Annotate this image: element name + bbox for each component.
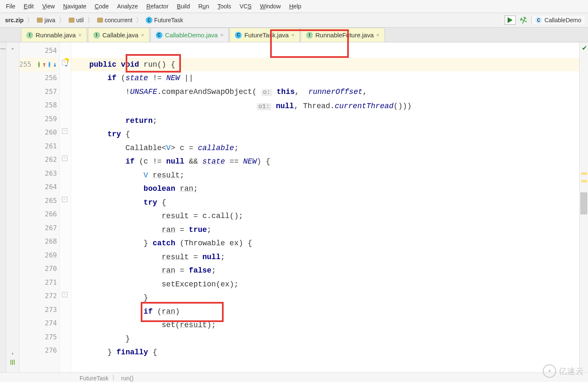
code-area[interactable]: public void run() { if (state != NEW || … [71, 42, 588, 372]
crumb-util[interactable]: util [67, 16, 85, 24]
warning-marker[interactable] [581, 180, 587, 182]
menu-refactor[interactable]: Refactor [143, 2, 172, 11]
collapse-icon[interactable]: — [0, 46, 5, 52]
menu-navigate[interactable]: Navigate [60, 2, 90, 11]
breadcrumbs: src.zip 〉 java 〉 util 〉 concurrent 〉 C F… [3, 16, 185, 25]
right-marker-bar[interactable]: ✔ [579, 42, 588, 372]
menu-analyze[interactable]: Analyze [114, 2, 142, 11]
class-icon: C [535, 17, 542, 23]
line-number[interactable]: 269 [19, 249, 57, 262]
fold-toggle[interactable]: − [62, 156, 67, 161]
check-icon: ✔ [582, 44, 587, 52]
line-number[interactable]: 275 [19, 330, 57, 344]
fold-gutter: 💡 − − − − − [60, 42, 71, 372]
menu-file[interactable]: File [3, 2, 19, 11]
menu-run[interactable]: Run [195, 2, 212, 11]
run-button[interactable] [505, 16, 516, 25]
line-number[interactable]: 256 [19, 71, 57, 85]
line-number[interactable]: 261 [19, 140, 57, 153]
tab-label: CallableDemo.java [165, 31, 218, 39]
status-crumb-method[interactable]: run() [121, 375, 134, 382]
arrow-down-icon: ↓ [53, 58, 57, 72]
fold-toggle[interactable]: − [62, 128, 67, 134]
menu-bar: File Edit View Navigate Code Analyze Ref… [0, 0, 588, 13]
interface-icon: I [26, 32, 33, 39]
close-icon[interactable]: × [376, 32, 379, 38]
class-icon: C [146, 17, 152, 23]
line-number[interactable]: 270 [19, 262, 57, 276]
menu-view[interactable]: View [39, 2, 58, 11]
chevron-right-icon: 〉 [86, 16, 95, 25]
tab-callabledemo[interactable]: C CallableDemo.java × [150, 28, 229, 42]
tab-label: FutureTask.java [244, 31, 289, 39]
line-number[interactable]: 268 [19, 235, 57, 249]
folder-icon [69, 18, 75, 23]
line-number[interactable]: 260 [19, 126, 57, 140]
left-gutter: — [0, 42, 6, 372]
line-number[interactable]: 267 [19, 221, 57, 235]
project-tool-col: ⌄ › [6, 42, 19, 372]
caret-right-icon[interactable]: › [12, 351, 13, 356]
fold-toggle[interactable]: − [62, 197, 67, 202]
menu-build[interactable]: Build [173, 2, 193, 11]
close-icon[interactable]: × [291, 32, 294, 38]
line-number[interactable]: 257 [19, 85, 57, 99]
watermark: ✦ 亿速云 [543, 364, 584, 378]
chevron-right-icon: 〉 [26, 16, 34, 25]
crumb-java[interactable]: java [35, 16, 57, 24]
interface-icon: I [306, 32, 313, 39]
line-number[interactable]: 263 [19, 167, 57, 181]
folder-icon [37, 18, 43, 23]
line-number[interactable]: 271 [19, 276, 57, 290]
crumb-concurrent[interactable]: concurrent [95, 16, 134, 24]
line-number[interactable]: 264 [19, 180, 57, 194]
menu-help[interactable]: Help [286, 2, 304, 11]
chevron-right-icon: 〉 [112, 374, 118, 382]
scroll-thumb[interactable] [580, 192, 587, 214]
implements-icon[interactable] [49, 62, 50, 68]
line-number[interactable]: 259 [19, 112, 57, 126]
line-number[interactable]: 276 [19, 344, 57, 358]
line-number[interactable]: 265 [19, 194, 57, 208]
menu-edit[interactable]: Edit [21, 2, 37, 11]
warning-marker[interactable] [581, 172, 587, 175]
override-icon[interactable] [38, 62, 40, 68]
tab-futuretask[interactable]: C FutureTask.java × [230, 28, 299, 42]
tab-label: Callable.java [103, 31, 139, 39]
crumb-futuretask[interactable]: C FutureTask [144, 16, 185, 24]
line-number[interactable]: 254 [19, 44, 57, 58]
code-editor[interactable]: public void run() { if (state != NEW || … [71, 42, 588, 372]
line-number[interactable]: 272 [19, 289, 57, 303]
line-number[interactable]: 266 [19, 208, 57, 221]
crumb-srczip[interactable]: src.zip [3, 16, 25, 24]
line-number[interactable]: 255 ↑↓ [19, 58, 57, 72]
fold-toggle[interactable]: − [62, 60, 67, 65]
line-number[interactable]: 262 [19, 153, 57, 167]
folder-icon [97, 18, 103, 23]
fold-toggle[interactable]: − [62, 292, 67, 297]
status-crumb-class[interactable]: FutureTask [80, 375, 108, 382]
tab-runnable[interactable]: I Runnable.java × [21, 28, 87, 42]
close-icon[interactable]: × [141, 32, 144, 38]
play-icon [508, 17, 513, 23]
caret-down-icon[interactable]: ⌄ [10, 45, 15, 51]
close-icon[interactable]: × [78, 32, 82, 38]
editor-tabs: I Runnable.java × I Callable.java × C Ca… [0, 28, 588, 42]
active-line[interactable]: public void run() { [71, 58, 588, 72]
menu-code[interactable]: Code [91, 2, 112, 11]
build-icon[interactable]: ⚒ [518, 14, 529, 26]
menu-vcs[interactable]: VCS [236, 2, 255, 11]
close-icon[interactable]: × [220, 32, 224, 38]
tab-runnablefuture[interactable]: I RunnableFuture.java × [301, 28, 385, 42]
structure-icon[interactable] [10, 360, 15, 365]
class-icon: C [235, 32, 242, 39]
nav-bar: src.zip 〉 java 〉 util 〉 concurrent 〉 C F… [0, 13, 588, 28]
tab-callable[interactable]: I Callable.java × [88, 28, 150, 42]
nav-toolbar: ⚒ C CallableDemo [505, 15, 585, 25]
menu-tools[interactable]: Tools [214, 2, 235, 11]
line-number[interactable]: 273 [19, 303, 57, 317]
line-number[interactable]: 274 [19, 317, 57, 330]
right-file-selector[interactable]: C CallableDemo [531, 16, 585, 24]
line-number[interactable]: 258 [19, 99, 57, 112]
menu-window[interactable]: Window [257, 2, 284, 11]
